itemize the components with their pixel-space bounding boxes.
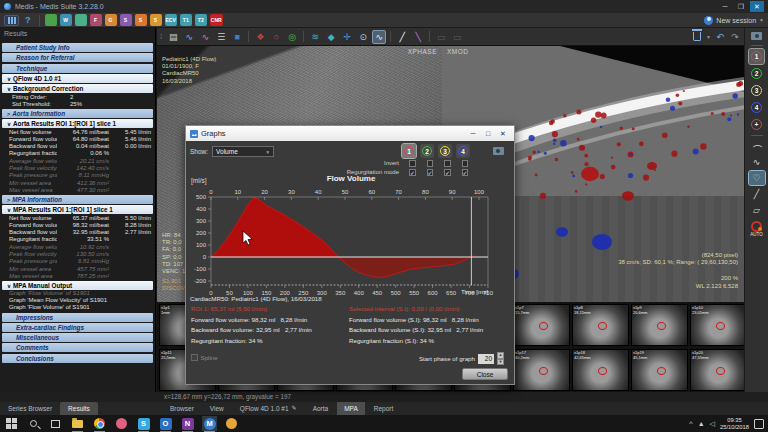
transport-curve-tool[interactable]: ∿ (749, 155, 765, 169)
graph-roi-2-button[interactable]: 2 (420, 144, 434, 158)
thumbnail-s1p7[interactable]: s1p7 15,7mm (513, 304, 570, 346)
sidebar-section-impressions[interactable]: Impressions (2, 313, 153, 322)
network-icon[interactable]: ▲ (698, 420, 705, 427)
plugin-icon-6[interactable]: S (120, 14, 132, 26)
line-measure-icon[interactable]: ╱ (395, 30, 409, 44)
start-phase-input[interactable]: 20 (478, 354, 494, 364)
task-view-button[interactable] (48, 416, 63, 431)
plugin-icon-2[interactable]: W (60, 14, 72, 26)
redo-icon[interactable]: ↷ (729, 31, 741, 43)
output-row-graph-mean-flow-velocity-of-s190[interactable]: Graph 'Mean Flow Velocity' of S1901 (0, 297, 155, 304)
plugin-icon-5[interactable]: G (105, 14, 117, 26)
toolbar-handle-icon[interactable]: ⁞ (160, 32, 162, 41)
delete-icon[interactable] (691, 31, 703, 43)
layout-report-icon[interactable]: ▤ (166, 30, 180, 44)
sidebar-section-mpa-information[interactable]: >MPA Information (2, 195, 153, 204)
curve-tool-icon[interactable]: ∿ (372, 30, 386, 44)
tab-browser[interactable]: Browser (163, 402, 201, 415)
panel-tab-series-browser[interactable]: Series Browser (0, 402, 60, 415)
medis-app-icon[interactable]: M (202, 416, 217, 431)
close-button[interactable]: ✕ (750, 1, 764, 12)
droplet-icon[interactable]: ◆ (324, 30, 338, 44)
layout-toggle-icon[interactable] (4, 15, 19, 26)
tab-view[interactable]: View (203, 402, 231, 415)
graph-roi-3-button[interactable]: 3 (438, 144, 452, 158)
eraser-tool[interactable]: ▱ (749, 203, 765, 217)
session-area[interactable]: New session ▼ (704, 16, 764, 25)
outlook-icon[interactable]: O (158, 416, 173, 431)
single-view-icon[interactable]: ■ (230, 30, 244, 44)
roi-3-button[interactable]: 3 (749, 83, 764, 98)
thumbnail-s1p18[interactable]: s1p18 42,65mm (572, 349, 629, 391)
roi-1-button[interactable]: 1 (749, 49, 764, 64)
tab-mpa[interactable]: MPA (337, 402, 365, 415)
contour-tool[interactable]: ♡ (749, 171, 765, 185)
sidebar-header-mpa-results-roi-1-roi-1-slice-1[interactable]: ∨MPA Results ROI 1:[ROI 1] slice 1 (2, 205, 153, 214)
clock[interactable]: 09:35 25/10/2018 (720, 417, 749, 430)
help-icon[interactable]: ? (25, 15, 31, 25)
list-view-icon[interactable]: ☰ (214, 30, 228, 44)
plugin-icon-11[interactable]: T2 (195, 14, 207, 26)
plugin-icon-10[interactable]: T1 (180, 14, 192, 26)
delete-dropdown-icon[interactable]: ▼ (706, 34, 711, 40)
roi-target-icon[interactable]: ◎ (285, 30, 299, 44)
plugin-icon-1[interactable] (45, 14, 57, 26)
globe-app-icon[interactable] (224, 416, 239, 431)
close-button[interactable]: Close (462, 368, 508, 380)
angle-measure-icon[interactable]: ╲ (411, 30, 425, 44)
sidebar-section-patient-study-info[interactable]: Patient Study Info (2, 43, 153, 52)
notification-center-icon[interactable] (754, 419, 764, 429)
thumbnail-s1p19[interactable]: s1p19 45,1mm (631, 349, 688, 391)
layers-icon[interactable]: ≋ (308, 30, 322, 44)
flow-volume-chart[interactable]: 01020304050607080901005004003002001000-1… (186, 186, 516, 302)
tray-chevron-icon[interactable]: ^ (689, 420, 692, 427)
plugin-icon-7[interactable]: S (135, 14, 147, 26)
plugin-icon-8[interactable]: S (150, 14, 162, 26)
invert-checkbox-4[interactable] (462, 160, 469, 167)
sidebar-section-conclusions[interactable]: Conclusions (2, 354, 153, 363)
roi-blob-icon[interactable]: ❖ (253, 30, 267, 44)
plugin-icon-9[interactable]: ECV (165, 14, 177, 26)
undo-icon[interactable]: ↶ (714, 31, 726, 43)
new-session-label[interactable]: New session (716, 17, 756, 24)
chart-view-icon[interactable]: ∿ (198, 30, 212, 44)
sidebar-section-miscellaneous[interactable]: Miscellaneous (2, 333, 153, 342)
snapshot-icon[interactable] (751, 30, 763, 42)
sidebar-section-extra-cardiac-findings[interactable]: Extra-cardiac Findings (2, 323, 153, 332)
plugin-icon-4[interactable]: F (90, 14, 102, 26)
sidebar-header-background-correction[interactable]: ∨Background Correction (2, 84, 153, 93)
plugin-icon-12[interactable]: CNR (210, 14, 223, 26)
graphs-minimize-button[interactable]: ─ (466, 128, 480, 140)
volume-icon[interactable]: ◁ (710, 420, 715, 428)
pan-icon[interactable]: ✛ (340, 30, 354, 44)
file-explorer-icon[interactable] (70, 416, 85, 431)
tab-qflow-4d-1-0-1[interactable]: QFlow 4D 1.0 #1✎ (233, 402, 304, 415)
sidebar-section-reason-for-referral[interactable]: Reason for Referral (2, 53, 153, 62)
graphs-close-button[interactable]: ✕ (496, 128, 510, 140)
graph-snapshot-icon[interactable] (492, 145, 504, 157)
output-row-graph-flow-volume-of-s1901[interactable]: Graph 'Flow Volume' of S1901 (0, 304, 155, 311)
output-row-graph-flow-volume-of-s1901[interactable]: Graph 'Flow Volume' of S1901 (0, 290, 155, 297)
sidebar-header-aorta-results-roi-1-roi-1-slice-[interactable]: ∨Aorta Results ROI 1:[ROI 1] slice 1 (2, 119, 153, 128)
remote-app-icon[interactable] (114, 416, 129, 431)
onenote-icon[interactable]: N (180, 416, 195, 431)
skype-icon[interactable]: S (136, 416, 151, 431)
graph-roi-1-button[interactable]: 1 (402, 144, 416, 158)
spline-checkbox[interactable] (191, 354, 198, 361)
draw-line-tool[interactable]: ╱ (749, 187, 765, 201)
tab-report[interactable]: Report (367, 402, 401, 415)
tab-aorta[interactable]: Aorta (306, 402, 336, 415)
maximize-button[interactable]: ❐ (734, 1, 748, 12)
invert-checkbox-2[interactable] (427, 160, 434, 167)
sidebar-section-technique[interactable]: Technique (2, 64, 153, 73)
sidebar-header-mpa-manual-output[interactable]: ∨MPA Manual Output (2, 281, 153, 290)
thumbnail-s1p10[interactable]: s1p10 23,05mm (690, 304, 744, 346)
roi-4-button[interactable]: 4 (749, 100, 764, 115)
thumbnail-s1p17[interactable]: s1p17 40,2mm (513, 349, 570, 391)
graph-view-icon[interactable]: ∿ (182, 30, 196, 44)
graphs-maximize-button[interactable]: □ (481, 128, 495, 140)
auto-contour-button[interactable]: AUTO (750, 221, 762, 237)
thumbnail-s1p8[interactable]: s1p8 18,15mm (572, 304, 629, 346)
chrome-icon[interactable] (92, 416, 107, 431)
sidebar-section-aorta-information[interactable]: >Aorta Information (2, 109, 153, 118)
